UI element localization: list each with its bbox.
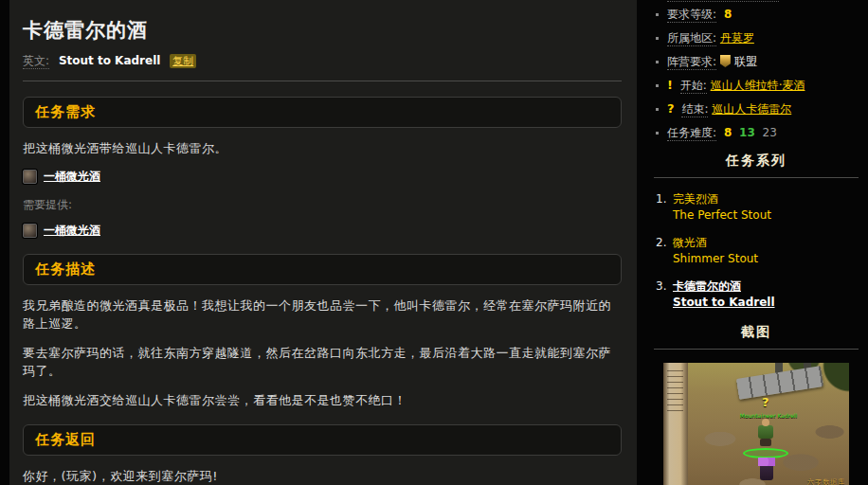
fact-required-level: 要求等级: 8 [654, 8, 859, 21]
english-name-row: 英文: Stout to Kadrell 复制 [23, 53, 622, 69]
fact-quest-end: ? 结束: 巡山人卡德雷尔 [654, 102, 859, 116]
series-link-zh[interactable]: 微光酒 [673, 235, 758, 251]
series-item: 1. 完美烈酒 The Perfect Stout [656, 191, 859, 224]
divider [654, 349, 859, 350]
objective-text: 把这桶微光酒带给巡山人卡德雷尔。 [23, 139, 622, 157]
faction-value: 联盟 [734, 55, 757, 68]
fact-quest-start: ! 开始: 巡山人维拉特·麦酒 [654, 79, 859, 92]
screenshots-heading: 截图 [654, 324, 859, 341]
quest-complete-marker: ? [762, 395, 769, 409]
player-character [760, 463, 773, 480]
difficulty-level: 13 [739, 126, 755, 139]
divider [23, 81, 622, 81]
series-link-en[interactable]: The Perfect Stout [673, 207, 771, 224]
quest-start-npc-link[interactable]: 巡山人维拉特·麦酒 [711, 79, 805, 92]
quest-start-exclamation-icon: ! [667, 78, 673, 92]
description-paragraph: 我兄弟酿造的微光酒真是极品！我想让我的一个朋友也品尝一下，他叫卡德雷尔，经常在塞… [23, 296, 622, 332]
fact-item-truncated [667, 0, 779, 2]
quest-end-question-icon: ? [667, 101, 675, 116]
description-paragraph: 要去塞尔萨玛的话，就往东南方穿越隧道，然后在岔路口向东北方走，最后沿着大路一直走… [23, 344, 622, 380]
series-link-en[interactable]: Stout to Kadrell [673, 295, 775, 311]
english-label: 英文: [23, 54, 49, 69]
series-item: 2. 微光酒 Shimmer Stout [656, 235, 859, 267]
objective-item-row: 一桶微光酒 [23, 169, 622, 185]
item-link[interactable]: 一桶微光酒 [44, 223, 100, 239]
difficulty-level: 23 [763, 126, 777, 139]
english-name: Stout to Kadrell [59, 54, 161, 67]
quest-series-list: 1. 完美烈酒 The Perfect Stout 2. 微光酒 Shimmer… [654, 191, 859, 311]
item-icon[interactable] [23, 224, 37, 238]
series-link-en[interactable]: Shimmer Stout [673, 251, 758, 267]
section-header-objectives: 任务需求 [23, 97, 622, 128]
provided-label: 需要提供: [23, 197, 72, 213]
series-link-zh[interactable]: 完美烈酒 [673, 191, 771, 207]
parchment-text [667, 370, 683, 416]
alliance-faction-icon [720, 55, 731, 67]
series-link-zh[interactable]: 卡德雷尔的酒 [673, 278, 775, 295]
section-header-description: 任务描述 [23, 254, 622, 285]
required-level-value: 8 [724, 8, 732, 21]
description-paragraph: 把这桶微光酒交给巡山人卡德雷尔尝尝，看看他是不是也赞不绝口！ [23, 391, 622, 409]
fact-zone: 所属地区: 丹莫罗 [654, 31, 859, 45]
section-header-progress: 任务返回 [23, 424, 622, 456]
quest-article: 卡德雷尔的酒 英文: Stout to Kadrell 复制 任务需求 把这桶微… [9, 0, 637, 485]
npc-figure [758, 425, 773, 439]
difficulty-level: 8 [724, 126, 732, 139]
npc-nameplate: Mountaineer Kadrell [716, 412, 821, 419]
item-link[interactable]: 一桶微光酒 [44, 169, 100, 185]
item-icon[interactable] [23, 170, 37, 184]
progress-text: 你好，(玩家)，欢迎来到塞尔萨玛! [23, 467, 622, 485]
quest-infobox-sidebar: 要求等级: 8 所属地区: 丹莫罗 阵营要求: 联盟 ! 开始: 巡山人维拉特·… [654, 0, 859, 485]
quest-log-parchment: Goodbye [663, 363, 688, 485]
watermark: 六零数据库 60WDB [793, 477, 845, 485]
copy-button[interactable]: 复制 [170, 54, 196, 68]
divider [654, 177, 859, 178]
series-item-current: 3. 卡德雷尔的酒 Stout to Kadrell [656, 278, 859, 311]
series-heading: 任务系列 [654, 153, 859, 170]
zone-link[interactable]: 丹莫罗 [720, 31, 754, 45]
fact-faction: 阵营要求: 联盟 [654, 55, 859, 68]
quest-end-npc-link[interactable]: 巡山人卡德雷尔 [712, 102, 791, 116]
provided-item-row: 一桶微光酒 [23, 223, 622, 239]
page-title: 卡德雷尔的酒 [23, 17, 622, 44]
quest-facts-list: 要求等级: 8 所属地区: 丹莫罗 阵营要求: 联盟 ! 开始: 巡山人维拉特·… [654, 8, 859, 139]
fact-difficulty: 任务难度: 8 13 23 [654, 126, 859, 139]
quest-screenshot-thumbnail[interactable]: ? Mountaineer Kadrell Goodbye 六零数据库 60WD… [663, 363, 849, 485]
